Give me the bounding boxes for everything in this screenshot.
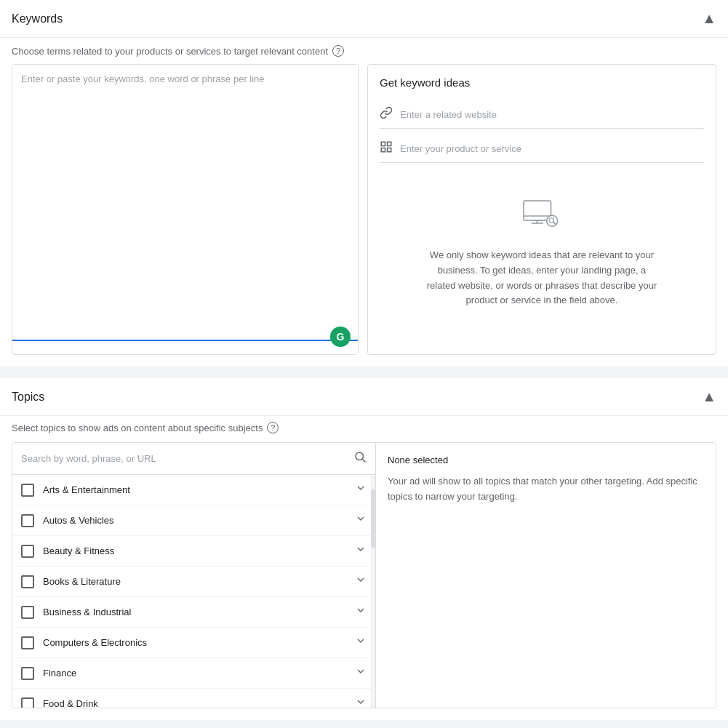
topic-label: Business & Industrial: [43, 607, 355, 617]
topic-expand-icon[interactable]: [355, 513, 367, 528]
topic-expand-icon[interactable]: [355, 665, 367, 681]
keywords-subtitle-text: Choose terms related to your products or…: [12, 46, 328, 57]
none-selected-label: None selected: [388, 455, 704, 465]
topic-checkbox-food[interactable]: [21, 697, 34, 708]
topic-checkbox-arts[interactable]: [21, 484, 34, 497]
svg-rect-3: [388, 148, 391, 152]
topic-expand-icon[interactable]: [355, 574, 367, 589]
link-icon: [380, 106, 393, 122]
svg-rect-0: [381, 142, 385, 145]
keywords-header: Keywords ▲: [0, 0, 728, 38]
topics-list-panel: Arts & Entertainment Autos & Vehicles Be…: [12, 443, 376, 708]
svg-rect-4: [524, 201, 551, 220]
topics-title: Topics: [12, 391, 44, 404]
ideas-illustration-icon: [520, 198, 564, 236]
scrollbar-track: [371, 475, 375, 708]
topic-label: Beauty & Fitness: [43, 545, 355, 556]
topics-subtitle-row: Select topics to show ads on content abo…: [0, 416, 728, 442]
list-item[interactable]: Computers & Electronics: [12, 628, 375, 658]
website-input[interactable]: [400, 109, 704, 120]
grammarly-icon: G: [330, 327, 351, 347]
topics-selected-panel: None selected Your ad will show to all t…: [376, 443, 716, 708]
topic-checkbox-computers[interactable]: [21, 636, 34, 649]
list-item[interactable]: Finance: [12, 658, 375, 689]
product-input[interactable]: [400, 143, 704, 154]
topic-expand-icon[interactable]: [355, 543, 367, 559]
website-input-row: [380, 100, 704, 129]
topic-list: Arts & Entertainment Autos & Vehicles Be…: [12, 475, 375, 708]
svg-rect-1: [388, 142, 391, 145]
topic-label: Autos & Vehicles: [43, 515, 355, 526]
topics-section: Topics ▲ Select topics to show ads on co…: [0, 378, 728, 720]
topic-expand-icon[interactable]: [355, 635, 367, 650]
scrollbar-thumb[interactable]: [371, 489, 375, 548]
section-separator: [0, 372, 728, 378]
none-selected-description: Your ad will show to all topics that mat…: [388, 474, 704, 505]
list-item[interactable]: Arts & Entertainment: [12, 475, 375, 505]
list-item[interactable]: Food & Drink: [12, 689, 375, 708]
topic-expand-icon[interactable]: [355, 604, 367, 620]
topic-label: Books & Literature: [43, 576, 355, 587]
topic-label: Food & Drink: [43, 698, 355, 708]
keywords-input-container: G: [12, 64, 359, 355]
topic-checkbox-beauty[interactable]: [21, 545, 34, 558]
product-input-row: [380, 135, 704, 163]
topics-search-row: [12, 443, 375, 475]
keywords-collapse-icon[interactable]: ▲: [702, 10, 716, 27]
topics-collapse-icon[interactable]: ▲: [702, 388, 716, 405]
svg-point-12: [356, 452, 364, 460]
keywords-subtitle-row: Choose terms related to your products or…: [0, 38, 728, 64]
keywords-content: G Get keyword ideas: [0, 64, 728, 367]
keyword-ideas-panel: Get keyword ideas: [367, 64, 716, 355]
topics-search-icon: [353, 450, 367, 467]
list-item[interactable]: Autos & Vehicles: [12, 505, 375, 536]
list-item[interactable]: Beauty & Fitness: [12, 536, 375, 567]
keywords-title: Keywords: [12, 12, 63, 25]
list-item[interactable]: Business & Industrial: [12, 597, 375, 628]
list-item[interactable]: Books & Literature: [12, 567, 375, 597]
get-ideas-title: Get keyword ideas: [380, 76, 704, 89]
topic-checkbox-business[interactable]: [21, 606, 34, 619]
topic-label: Arts & Entertainment: [43, 484, 355, 495]
topic-expand-icon[interactable]: [355, 482, 367, 497]
topic-label: Finance: [43, 668, 355, 679]
grid-icon: [380, 140, 393, 156]
keywords-textarea[interactable]: [12, 65, 358, 341]
topics-bottom-padding: [0, 708, 728, 720]
svg-rect-2: [381, 148, 385, 152]
topic-label: Computers & Electronics: [43, 637, 355, 648]
svg-line-13: [362, 459, 365, 462]
topics-header: Topics ▲: [0, 378, 728, 416]
ideas-description-text: We only show keyword ideas that are rele…: [425, 248, 658, 308]
topic-checkbox-books[interactable]: [21, 575, 34, 588]
topics-subtitle-text: Select topics to show ads on content abo…: [12, 423, 263, 433]
keywords-help-icon[interactable]: ?: [332, 45, 344, 57]
topic-checkbox-finance[interactable]: [21, 667, 34, 680]
topics-help-icon[interactable]: ?: [267, 422, 279, 433]
topics-search-input[interactable]: [21, 453, 348, 464]
topic-expand-icon[interactable]: [355, 696, 367, 708]
topic-checkbox-autos[interactable]: [21, 514, 34, 527]
keywords-section: Keywords ▲ Choose terms related to your …: [0, 0, 728, 367]
topics-content: Arts & Entertainment Autos & Vehicles Be…: [12, 442, 716, 708]
ideas-placeholder: We only show keyword ideas that are rele…: [380, 169, 704, 337]
